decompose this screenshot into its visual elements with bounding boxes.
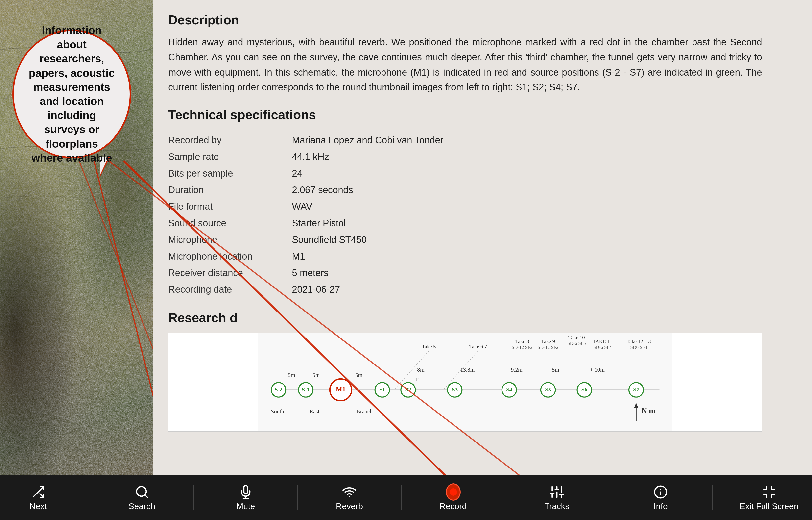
diagram-area: 5m 5m 5m + 8m + 13.8m + 9.2m + 5m + 10m … — [168, 333, 762, 432]
shuffle-icon — [31, 485, 46, 499]
svg-text:S5: S5 — [545, 386, 551, 393]
spec-row: Recorded by Mariana Lopez and Cobi van T… — [168, 132, 762, 149]
spec-value: 2021-06-27 — [292, 284, 762, 295]
spec-row: File format WAV — [168, 198, 762, 215]
spec-row: Duration 2.067 seconds — [168, 182, 762, 198]
spec-row: Bits per sample 24 — [168, 165, 762, 182]
svg-text:S6: S6 — [581, 386, 587, 393]
svg-text:Branch: Branch — [356, 408, 373, 415]
content-area: Description Hidden away and mysterious, … — [168, 10, 762, 432]
svg-text:5m: 5m — [288, 372, 296, 378]
toolbar: Next Search Mute — [0, 475, 812, 520]
sliders-icon — [550, 485, 564, 499]
spec-label: Sample rate — [168, 152, 292, 162]
wifi-icon — [342, 485, 357, 499]
speech-bubble-text: Information about researchers, papers, a… — [29, 23, 115, 165]
spec-value: Mariana Lopez and Cobi van Tonder — [292, 135, 762, 146]
right-panel: Description Hidden away and mysterious, … — [153, 0, 812, 475]
svg-text:+ 9.2m: + 9.2m — [506, 366, 523, 373]
info-icon — [653, 485, 668, 499]
search-icon — [135, 485, 149, 499]
svg-text:TAKE 11: TAKE 11 — [592, 338, 612, 344]
svg-point-77 — [660, 489, 661, 490]
toolbar-divider-4 — [401, 485, 401, 510]
svg-text:Take 8: Take 8 — [515, 338, 529, 344]
description-title: Description — [168, 12, 762, 27]
mute-label: Mute — [236, 501, 255, 511]
reverb-label: Reverb — [336, 501, 363, 511]
left-panel: Information about researchers, papers, a… — [0, 0, 153, 475]
svg-text:+ 10m: + 10m — [590, 366, 605, 373]
svg-text:S3: S3 — [452, 386, 458, 393]
svg-text:+ 13.8m: + 13.8m — [456, 366, 475, 373]
fullscreen-exit-icon — [762, 485, 777, 499]
toolbar-divider-1 — [90, 485, 90, 510]
svg-text:SD-6 SF4: SD-6 SF4 — [593, 345, 612, 350]
tracks-label: Tracks — [544, 501, 569, 511]
svg-text:S1: S1 — [379, 386, 385, 393]
svg-text:SD-12 SF2: SD-12 SF2 — [538, 345, 558, 350]
spec-label: Sound source — [168, 218, 292, 229]
spec-row: Microphone Soundfield ST450 — [168, 232, 762, 248]
spec-value: Soundfield ST450 — [292, 234, 762, 245]
spec-label: Receiver distance — [168, 268, 292, 278]
floor-plan-svg: 5m 5m 5m + 8m + 13.8m + 9.2m + 5m + 10m … — [168, 333, 762, 431]
record-button[interactable]: Record — [428, 485, 478, 511]
record-label: Record — [440, 501, 467, 511]
tech-specs-title: Technical specifications — [168, 107, 762, 122]
svg-text:S4: S4 — [506, 386, 512, 393]
specs-table: Recorded by Mariana Lopez and Cobi van T… — [168, 132, 762, 298]
svg-text:S-2: S-2 — [275, 386, 283, 393]
spec-value: WAV — [292, 201, 762, 212]
mic-icon — [238, 485, 253, 499]
tracks-button[interactable]: Tracks — [532, 485, 582, 511]
svg-text:N m: N m — [641, 406, 655, 415]
svg-text:Take 12, 13: Take 12, 13 — [627, 338, 651, 344]
next-label: Next — [29, 501, 47, 511]
spec-value: 2.067 seconds — [292, 185, 762, 196]
exit-fullscreen-label: Exit Full Screen — [740, 501, 799, 511]
next-button[interactable]: Next — [13, 485, 63, 511]
spec-row: Sample rate 44.1 kHz — [168, 149, 762, 165]
description-text: Hidden away and mysterious, with beautif… — [168, 35, 762, 95]
toolbar-divider-3 — [298, 485, 298, 510]
svg-text:SD-6 SF5: SD-6 SF5 — [567, 341, 586, 346]
spec-label: Microphone — [168, 234, 292, 245]
spec-label: Recorded by — [168, 135, 292, 146]
info-label: Info — [654, 501, 668, 511]
spec-label: File format — [168, 201, 292, 212]
svg-text:F1: F1 — [416, 376, 421, 382]
spec-value: 44.1 kHz — [292, 152, 762, 162]
svg-text:Take 10: Take 10 — [568, 335, 585, 340]
speech-bubble: Information about researchers, papers, a… — [12, 30, 131, 158]
toolbar-divider-2 — [194, 485, 194, 510]
reverb-button[interactable]: Reverb — [325, 485, 374, 511]
svg-text:SD-12 SF2: SD-12 SF2 — [512, 345, 532, 350]
search-button[interactable]: Search — [117, 485, 167, 511]
toolbar-divider-6 — [609, 485, 609, 510]
info-button[interactable]: Info — [636, 485, 685, 511]
svg-text:S7: S7 — [633, 386, 639, 393]
svg-text:+ 5m: + 5m — [547, 366, 559, 373]
svg-text:S-1: S-1 — [302, 386, 310, 393]
svg-text:S2: S2 — [405, 386, 411, 393]
svg-text:SD0 SF4: SD0 SF4 — [630, 345, 647, 350]
spec-row: Recording date 2021-06-27 — [168, 281, 762, 298]
toolbar-divider-7 — [712, 485, 713, 510]
svg-text:Take 6.7: Take 6.7 — [469, 344, 487, 349]
search-label: Search — [129, 501, 156, 511]
spec-label: Duration — [168, 185, 292, 196]
svg-text:M1: M1 — [336, 386, 346, 393]
toolbar-divider-5 — [505, 485, 505, 510]
spec-label: Bits per sample — [168, 168, 292, 179]
svg-text:East: East — [310, 408, 320, 415]
spec-value: 24 — [292, 168, 762, 179]
exit-fullscreen-button[interactable]: Exit Full Screen — [740, 485, 799, 511]
svg-line-61 — [145, 495, 147, 497]
spec-value: 5 meters — [292, 268, 762, 278]
spec-value: Starter Pistol — [292, 218, 762, 229]
svg-text:Take 9: Take 9 — [541, 338, 555, 344]
svg-text:South: South — [271, 408, 284, 415]
mute-button[interactable]: Mute — [221, 485, 271, 511]
spec-row: Receiver distance 5 meters — [168, 265, 762, 281]
